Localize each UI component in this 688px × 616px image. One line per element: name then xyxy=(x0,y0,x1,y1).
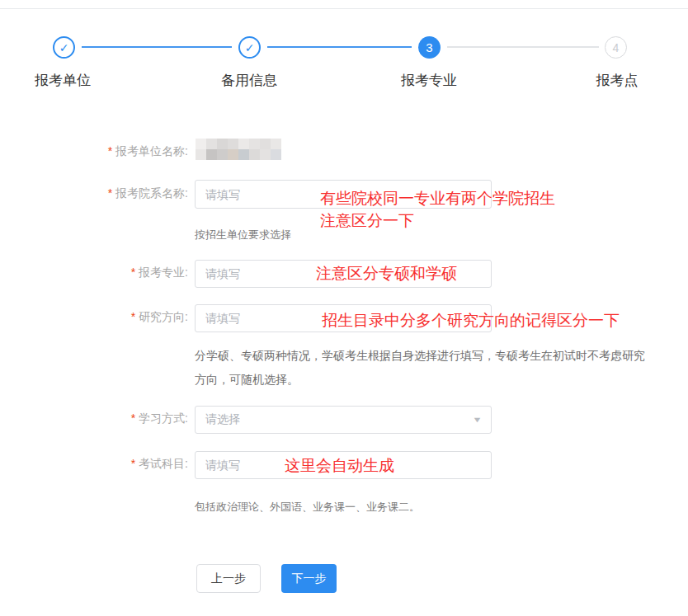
faculty-label: *报考院系名称: xyxy=(0,186,188,201)
required-asterisk: * xyxy=(131,411,135,425)
research-direction-helper-text: 分学硕、专硕两种情况，学硕考生根据自身选择进行填写，专硕考生在初试时不考虑研究方… xyxy=(195,344,655,392)
faculty-annotation: 有些院校同一专业有两个学院招生 注意区分一下 xyxy=(320,187,555,232)
step-3-number: 3 xyxy=(426,40,432,54)
chevron-down-icon: ▼ xyxy=(472,416,482,424)
research-direction-label: *研究方向: xyxy=(0,310,188,325)
step-4-number: 4 xyxy=(613,41,620,54)
required-asterisk: * xyxy=(131,266,135,279)
check-icon: ✓ xyxy=(59,41,69,54)
top-divider xyxy=(0,8,688,9)
research-direction-annotation: 招生目录中分多个研究方向的记得区分一下 xyxy=(322,309,620,332)
check-icon: ✓ xyxy=(245,41,255,54)
step-3-circle: 3 xyxy=(418,36,441,59)
required-asterisk: * xyxy=(131,310,135,323)
required-asterisk: * xyxy=(108,144,112,158)
required-asterisk: * xyxy=(108,186,112,200)
study-mode-select[interactable]: 请选择 ▼ xyxy=(195,406,492,434)
unit-name-label: *报考单位名称: xyxy=(0,144,188,159)
step-2-circle: ✓ xyxy=(238,36,261,59)
previous-step-button[interactable]: 上一步 xyxy=(196,564,261,593)
step-label-unit: 报考单位 xyxy=(35,71,91,90)
application-form-page: ✓ ✓ 3 4 报考单位 备用信息 报考专业 报考点 *报考单位名称: *报考院… xyxy=(0,0,688,616)
major-annotation: 注意区分专硕和学硕 xyxy=(316,262,457,284)
study-mode-select-placeholder: 请选择 xyxy=(205,412,474,427)
next-step-button[interactable]: 下一步 xyxy=(281,564,337,593)
redacted-unit-name-value xyxy=(196,139,281,160)
step-1-circle: ✓ xyxy=(53,36,75,59)
exam-subjects-helper-text: 包括政治理论、外国语、业务课一、业务课二。 xyxy=(195,500,420,515)
step-connector-2 xyxy=(267,46,412,48)
exam-subjects-annotation: 这里会自动生成 xyxy=(285,454,394,477)
step-label-exam-site: 报考点 xyxy=(596,71,639,90)
required-asterisk: * xyxy=(131,457,135,470)
step-label-backup-info: 备用信息 xyxy=(221,71,277,90)
major-label: *报考专业: xyxy=(0,266,188,280)
faculty-helper-text: 按招生单位要求选择 xyxy=(195,228,291,242)
step-connector-3 xyxy=(447,46,599,48)
step-connector-1 xyxy=(82,46,232,48)
exam-subjects-label: *考试科目: xyxy=(0,457,188,472)
step-label-major: 报考专业 xyxy=(401,71,457,90)
study-mode-label: *学习方式: xyxy=(0,411,188,426)
step-4-circle: 4 xyxy=(605,36,627,59)
